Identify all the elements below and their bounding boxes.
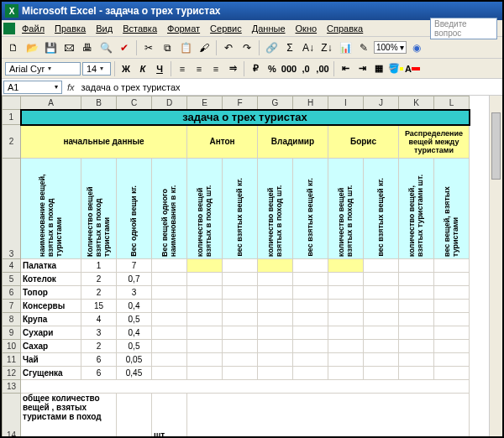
item-weight[interactable]: 0,7 — [117, 273, 152, 286]
copy-icon[interactable]: ⧉ — [159, 39, 176, 56]
align-center-icon[interactable]: ≡ — [192, 61, 207, 76]
fx-icon[interactable]: fx — [64, 82, 78, 92]
menu-window[interactable]: Окно — [291, 22, 323, 35]
item-weight[interactable]: 0,4 — [117, 326, 152, 340]
table-row[interactable]: 12Сгущенка60,45 — [3, 367, 470, 380]
scroll-thumb[interactable] — [491, 112, 501, 180]
increase-indent-icon[interactable]: ⇥ — [354, 61, 370, 76]
h3-K[interactable]: количество вещей, взятых туристами шт. — [399, 159, 434, 259]
item-weight[interactable]: 3 — [117, 286, 152, 300]
menu-data[interactable]: Данные — [247, 22, 291, 35]
spellcheck-icon[interactable]: ✔ — [116, 39, 133, 56]
header-initial[interactable]: начальные данные — [21, 125, 187, 159]
menu-insert[interactable]: Вставка — [118, 22, 162, 35]
merge-center-icon[interactable]: ⥤ — [225, 61, 240, 76]
hyperlink-icon[interactable]: 🔗 — [263, 39, 280, 56]
h3-H[interactable]: вес взятых вещей кг. — [293, 159, 328, 259]
table-row[interactable]: 10Сахар20,5 — [3, 340, 470, 353]
header-anton[interactable]: Антон — [187, 125, 258, 159]
align-left-icon[interactable]: ≡ — [175, 61, 190, 76]
h3-F[interactable]: вес взятых вещей кг. — [223, 159, 258, 259]
menu-help[interactable]: Справка — [322, 22, 368, 35]
column-headers[interactable]: AB CD EF GH IJ KL — [3, 96, 470, 110]
item-name[interactable]: Сгущенка — [21, 367, 81, 380]
unit-sht[interactable]: шт. — [152, 394, 187, 439]
currency-icon[interactable]: ₽ — [248, 61, 263, 76]
item-qty[interactable]: 15 — [81, 300, 117, 313]
item-weight[interactable]: 7 — [117, 259, 152, 273]
fill-color-icon[interactable]: 🪣 — [388, 61, 403, 76]
item-qty[interactable]: 6 — [81, 367, 117, 380]
font-size-combo[interactable]: 14▾ — [82, 62, 111, 76]
item-qty[interactable]: 3 — [81, 326, 117, 340]
drawing-icon[interactable]: ✎ — [355, 39, 372, 56]
summary-total-qty-label[interactable]: общее количество вещей , взятых туристам… — [21, 394, 117, 439]
row-2[interactable]: 2 начальные данные Антон Владимир Борис … — [3, 125, 470, 159]
header-boris[interactable]: Борис — [328, 125, 399, 159]
new-icon[interactable]: 🗋 — [5, 39, 22, 56]
chart-icon[interactable]: 📊 — [337, 39, 354, 56]
menu-view[interactable]: Вид — [91, 22, 118, 35]
borders-icon[interactable]: ▦ — [371, 61, 386, 76]
row-1[interactable]: 1 задача о трех туристах — [3, 110, 470, 125]
paste-icon[interactable]: 📋 — [177, 39, 194, 56]
h3-C[interactable]: Вес одной вещи кг. — [117, 159, 152, 259]
item-qty[interactable]: 2 — [81, 273, 117, 286]
item-name[interactable]: Палатка — [21, 259, 81, 273]
sort-desc-icon[interactable]: Z↓ — [318, 39, 335, 56]
table-row[interactable]: 11Чай60,05 — [3, 353, 470, 367]
item-weight[interactable]: 0,5 — [117, 313, 152, 326]
align-right-icon[interactable]: ≡ — [208, 61, 223, 76]
menu-file[interactable]: Файл — [17, 22, 50, 35]
table-row[interactable]: 6Топор23 — [3, 286, 470, 300]
increase-decimal-icon[interactable]: ,0 — [298, 61, 313, 76]
item-name[interactable]: Топор — [21, 286, 81, 300]
header-vladimir[interactable]: Владимир — [258, 125, 328, 159]
vertical-scrollbar[interactable] — [489, 96, 502, 438]
h3-I[interactable]: количество вещей взятых в поход шт. — [328, 159, 364, 259]
h3-A[interactable]: наименование вещей, взятых в поход турис… — [21, 159, 81, 259]
undo-icon[interactable]: ↶ — [220, 39, 237, 56]
help-search-input[interactable]: Введите вопрос — [430, 18, 497, 39]
table-row[interactable]: 4Палатка17 — [3, 259, 470, 273]
underline-button[interactable]: Ч — [152, 61, 167, 76]
item-name[interactable]: Крупа — [21, 313, 81, 326]
font-color-icon[interactable]: A — [405, 61, 420, 76]
h3-E[interactable]: количество вещей взятых в поход шт. — [187, 159, 223, 259]
item-qty[interactable]: 6 — [81, 353, 117, 367]
item-name[interactable]: Чай — [21, 353, 81, 367]
row-14[interactable]: 14 общее количество вещей , взятых турис… — [3, 394, 470, 439]
save-icon[interactable]: 💾 — [42, 39, 59, 56]
item-name[interactable]: Консервы — [21, 300, 81, 313]
decrease-decimal-icon[interactable]: ,00 — [315, 61, 330, 76]
format-painter-icon[interactable]: 🖌 — [196, 39, 213, 56]
font-combo[interactable]: Arial Cyr▾ — [5, 62, 81, 76]
item-weight[interactable]: 0,45 — [117, 367, 152, 380]
item-qty[interactable]: 4 — [81, 313, 117, 326]
item-weight[interactable]: 0,5 — [117, 340, 152, 353]
item-name[interactable]: Сахар — [21, 340, 81, 353]
h3-D[interactable]: Вес вещей одного наименования в кг. — [152, 159, 187, 259]
table-row[interactable]: 9Сухари30,4 — [3, 326, 470, 340]
h3-L[interactable]: вес вещей, взятых туристами — [434, 159, 470, 259]
print-icon[interactable]: 🖶 — [79, 39, 96, 56]
open-icon[interactable]: 📂 — [24, 39, 40, 56]
item-weight[interactable]: 0,05 — [117, 353, 152, 367]
sheet-title[interactable]: задача о трех туристах — [21, 110, 470, 125]
table-row[interactable]: 5Котелок20,7 — [3, 273, 470, 286]
item-qty[interactable]: 1 — [81, 259, 117, 273]
comma-icon[interactable]: 000 — [281, 61, 297, 76]
decrease-indent-icon[interactable]: ⇤ — [338, 61, 353, 76]
sort-asc-icon[interactable]: A↓ — [300, 39, 317, 56]
redo-icon[interactable]: ↷ — [239, 39, 255, 56]
h3-B[interactable]: Количество вещей взятых в поход туристам… — [81, 159, 117, 259]
h3-J[interactable]: вес взятых вещей кг. — [364, 159, 399, 259]
spreadsheet-grid[interactable]: AB CD EF GH IJ KL 1 задача о трех турист… — [2, 96, 502, 438]
table-row[interactable]: 8Крупа40,5 — [3, 313, 470, 326]
item-weight[interactable]: 0,4 — [117, 300, 152, 313]
h3-G[interactable]: количество вещей взятых в поход шт. — [258, 159, 293, 259]
permission-icon[interactable]: 🖂 — [60, 39, 77, 56]
formula-input[interactable]: задача о трех туристах — [78, 81, 502, 93]
row-3[interactable]: 3 наименование вещей, взятых в поход тур… — [3, 159, 470, 259]
item-qty[interactable]: 2 — [81, 286, 117, 300]
